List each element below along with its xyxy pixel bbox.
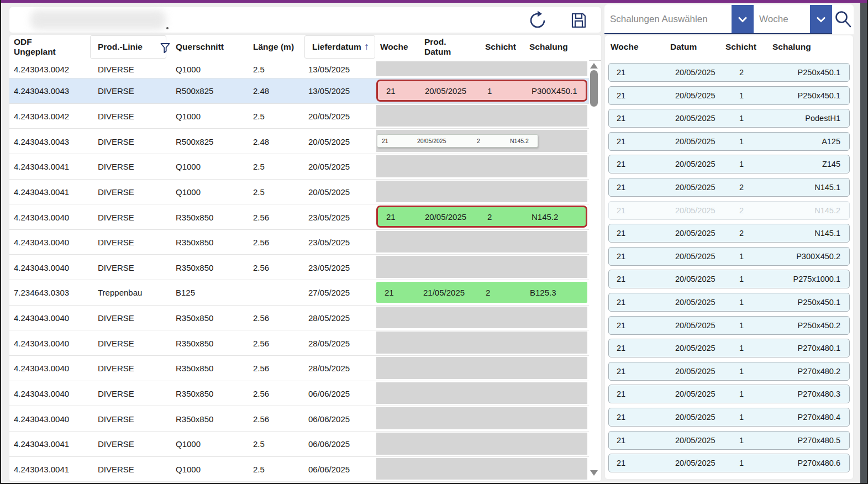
plan-cell[interactable] xyxy=(376,357,587,379)
table-row[interactable]: 4.243043.0040 DIVERSE R350x850 2.56 23/0… xyxy=(9,204,589,230)
plan-cell[interactable] xyxy=(376,382,587,404)
cell-prod-linie: DIVERSE xyxy=(98,187,134,196)
card-schicht: 1 xyxy=(739,252,744,261)
planned-schalung-card[interactable]: 21 20/05/2025 1 PodestH1 xyxy=(608,109,850,128)
table-row[interactable]: 4.243043.0043 DIVERSE R500x825 2.48 13/0… xyxy=(9,78,589,104)
plan-cell[interactable] xyxy=(376,61,587,76)
col-header-prod-linie[interactable]: Prod.-Linie xyxy=(98,42,143,52)
plan-cell[interactable] xyxy=(376,231,587,253)
planned-schalung-card[interactable]: 21 20/05/2025 1 P250x450.1 xyxy=(608,293,850,312)
refresh-button[interactable] xyxy=(528,10,548,30)
schalungen-select[interactable]: Schalungen Auswählen xyxy=(610,14,708,25)
table-row[interactable]: 4.243043.0040 DIVERSE R350x850 2.56 23/0… xyxy=(9,255,589,280)
plan-cell[interactable] xyxy=(376,307,587,329)
cell-prod-linie: DIVERSE xyxy=(98,136,134,146)
cell-lieferdatum: 06/06/2025 xyxy=(308,389,350,398)
cell-odf: 7.234643.0303 xyxy=(14,288,69,297)
table-row[interactable]: 4.243043.0041 DIVERSE Q1000 2.5 20/05/20… xyxy=(9,154,589,180)
planned-schalung-card[interactable]: 21 20/05/2025 1 P270x480.2 xyxy=(608,362,850,381)
planned-schalung-card[interactable]: 21 20/05/2025 1 P270x480.1 xyxy=(608,339,850,357)
card-schicht: 2 xyxy=(739,68,744,77)
plan-cell[interactable] xyxy=(376,433,587,455)
card-woche: 21 xyxy=(617,367,625,376)
cell-laenge: 2.56 xyxy=(253,338,269,348)
card-schalung: P270x480.1 xyxy=(798,344,840,353)
planned-schalung-card[interactable]: 21 20/05/2025 1 P270x480.5 xyxy=(608,431,850,450)
sort-ascending-icon[interactable]: ↑ xyxy=(364,41,369,52)
card-schalung: P250x450.1 xyxy=(798,298,840,307)
plan-cell[interactable] xyxy=(376,407,587,429)
woche-select[interactable]: Woche xyxy=(759,14,788,25)
plan-cell[interactable]: 21 20/05/2025 2 N145.2 xyxy=(376,206,587,228)
plan-cell[interactable] xyxy=(376,105,587,127)
scroll-down-arrow-icon[interactable] xyxy=(590,470,598,476)
cell-prod-linie: DIVERSE xyxy=(98,389,134,398)
table-row[interactable]: 4.243043.0040 DIVERSE R350x850 2.56 28/0… xyxy=(9,306,589,331)
card-schalung: P275x1000.1 xyxy=(793,275,840,283)
search-button[interactable] xyxy=(833,9,853,30)
filter-icon[interactable] xyxy=(160,42,171,53)
table-row[interactable]: 4.243043.0041 DIVERSE Q1000 2.5 20/05/20… xyxy=(9,180,589,205)
card-woche: 21 xyxy=(617,298,625,307)
planned-schalung-card[interactable]: 21 20/05/2025 1 P250x450.2 xyxy=(608,316,850,335)
plan-cell[interactable] xyxy=(376,256,587,278)
scroll-up-arrow-icon[interactable] xyxy=(590,63,598,69)
planned-schalung-card[interactable]: 21 20/05/2025 1 P300X450.2 xyxy=(608,247,850,266)
cell-odf: 4.243043.0043 xyxy=(14,136,69,146)
table-row[interactable]: 4.243043.0040 DIVERSE R350x850 2.56 06/0… xyxy=(9,406,589,432)
card-woche: 21 xyxy=(617,68,625,77)
card-datum: 20/05/2025 xyxy=(675,367,716,376)
cell-lieferdatum: 06/06/2025 xyxy=(308,414,350,423)
card-schalung: P250x450.2 xyxy=(798,321,840,330)
cell-lieferdatum: 20/05/2025 xyxy=(308,111,350,120)
cell-laenge: 2.5 xyxy=(253,464,265,474)
card-datum: 20/05/2025 xyxy=(675,390,716,398)
table-row[interactable]: 4.243043.0040 DIVERSE R350x850 2.56 06/0… xyxy=(9,381,589,407)
table-row[interactable]: 4.243043.0040 DIVERSE R350x850 2.56 23/0… xyxy=(9,230,589,255)
planned-schalung-card[interactable]: 21 20/05/2025 2 N145.2 xyxy=(608,201,850,220)
planned-schalung-card[interactable]: 21 20/05/2025 2 N145.1 xyxy=(608,224,850,243)
planned-schalung-card[interactable]: 21 20/05/2025 1 P270x480.3 xyxy=(608,385,850,403)
planned-schalung-card[interactable]: 21 20/05/2025 1 P275x1000.1 xyxy=(608,270,850,288)
card-schicht: 1 xyxy=(739,298,744,307)
table-row[interactable]: 4.243043.0041 DIVERSE Q1000 2.5 06/06/20… xyxy=(9,457,589,482)
card-schalung: N145.1 xyxy=(814,183,840,192)
plan-cell[interactable] xyxy=(376,181,587,203)
card-schalung: A125 xyxy=(822,137,840,146)
planned-schalung-card[interactable]: 21 20/05/2025 1 P250x450.1 xyxy=(608,86,850,105)
table-row[interactable]: 4.243043.0043 DIVERSE R500x825 2.48 20/0… xyxy=(9,129,589,154)
card-datum: 20/05/2025 xyxy=(675,275,716,283)
plan-cell[interactable] xyxy=(376,458,587,480)
woche-dropdown-button[interactable] xyxy=(810,5,832,33)
planned-schalung-card[interactable]: 21 20/05/2025 1 A125 xyxy=(608,132,850,151)
plan-cell[interactable] xyxy=(376,332,587,354)
plan-cell[interactable] xyxy=(376,155,587,177)
table-row[interactable]: 7.234643.0303 Treppenbau B125 27/05/2025… xyxy=(9,280,589,306)
table-row[interactable]: 4.243043.0042 DIVERSE Q1000 2.5 20/05/20… xyxy=(9,104,589,129)
schalungen-dropdown-button[interactable] xyxy=(732,5,754,33)
card-schicht: 2 xyxy=(739,229,744,238)
table-row[interactable]: 4.243043.0041 DIVERSE Q1000 2.5 06/06/20… xyxy=(9,432,589,457)
cell-querschnitt: Q1000 xyxy=(176,439,201,449)
table-row[interactable]: 4.243043.0040 DIVERSE R350x850 2.56 28/0… xyxy=(9,330,589,356)
planned-schalung-card[interactable]: 21 20/05/2025 2 P250x450.1 xyxy=(608,63,850,82)
table-row[interactable]: 4.243043.0040 DIVERSE R350x850 2.56 28/0… xyxy=(9,356,589,381)
table-row[interactable]: 4.243043.0042 DIVERSE Q1000 2.5 13/05/20… xyxy=(9,60,589,78)
cell-querschnitt: R350x850 xyxy=(176,414,213,423)
planned-schalung-card[interactable]: 21 20/05/2025 1 Z145 xyxy=(608,155,850,173)
scrollbar-thumb[interactable] xyxy=(590,70,598,107)
plan-cell[interactable]: 21 20/05/2025 1 P300X450.1 xyxy=(376,80,587,102)
planned-schalung-card[interactable]: 21 20/05/2025 2 N145.1 xyxy=(608,178,850,197)
window-right-scrollbar-track[interactable] xyxy=(860,3,867,483)
save-button[interactable] xyxy=(569,10,588,30)
cell-odf: 4.243043.0043 xyxy=(14,86,69,96)
planned-schalung-card[interactable]: 21 20/05/2025 1 P270x480.6 xyxy=(608,454,850,472)
right-filter-bar: Schalungen Auswählen Woche xyxy=(604,4,854,34)
planned-schalung-card[interactable]: 21 20/05/2025 1 P270x480.4 xyxy=(608,408,850,427)
plan-cell[interactable]: 21 21/05/2025 2 B125.3 xyxy=(376,282,587,303)
left-table-scrollbar[interactable] xyxy=(588,60,599,481)
card-schicht: 1 xyxy=(739,321,744,330)
card-woche: 21 xyxy=(617,275,625,283)
cell-prod-linie: DIVERSE xyxy=(98,212,134,222)
col-header-lieferdatum[interactable]: Lieferdatum xyxy=(312,42,361,52)
